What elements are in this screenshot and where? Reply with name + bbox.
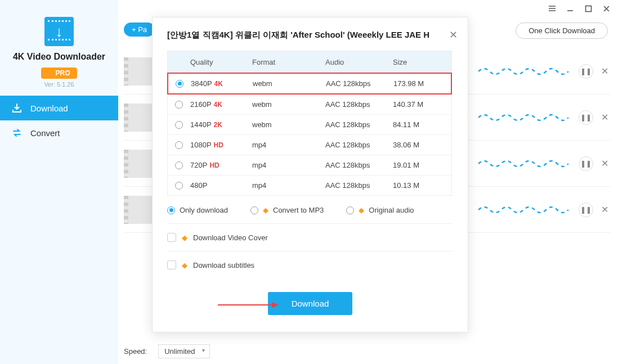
radio-icon[interactable] bbox=[175, 121, 183, 129]
pause-button[interactable]: ❚❚ bbox=[579, 156, 593, 171]
progress-wave bbox=[478, 109, 568, 126]
col-size: Size bbox=[393, 58, 451, 66]
pause-button[interactable]: ❚❚ bbox=[579, 110, 593, 125]
cell-format: mp4 bbox=[252, 161, 325, 169]
cell-quality: 480P bbox=[190, 181, 252, 190]
mode-convert-mp3[interactable]: ◆Convert to MP3 bbox=[250, 206, 324, 214]
diamond-icon: ◆ bbox=[263, 206, 268, 214]
cell-audio: AAC 128kbps bbox=[325, 100, 393, 109]
quality-table: Quality Format Audio Size 3840P4KwebmAAC… bbox=[167, 51, 452, 196]
nav-download-label: Download bbox=[30, 104, 68, 113]
progress-wave bbox=[478, 201, 568, 218]
cell-size: 140.37 M bbox=[393, 100, 451, 109]
quality-row[interactable]: 480Pmp4AAC 128kbps10.13 M bbox=[168, 175, 451, 195]
svg-marker-3 bbox=[272, 302, 279, 308]
radio-icon[interactable] bbox=[175, 141, 183, 149]
col-format: Format bbox=[252, 58, 325, 66]
cell-quality: 3840P4K bbox=[191, 79, 253, 88]
radio-icon[interactable] bbox=[176, 80, 183, 88]
paste-url-button[interactable]: + Pa bbox=[124, 23, 155, 37]
sidebar: ↓ 4K Video Downloader ◆PRO Ver: 5.1.26 D… bbox=[0, 0, 118, 364]
cell-quality: 720PHD bbox=[190, 161, 252, 169]
remove-button[interactable]: ✕ bbox=[599, 112, 610, 123]
nav-convert-label: Convert bbox=[30, 128, 60, 138]
progress-wave bbox=[478, 63, 568, 80]
cell-size: 19.01 M bbox=[393, 161, 451, 169]
cell-audio: AAC 128kbps bbox=[325, 181, 393, 190]
col-audio: Audio bbox=[325, 58, 393, 66]
mode-only-download[interactable]: Only download bbox=[167, 206, 228, 214]
cell-size: 84.11 M bbox=[393, 120, 451, 129]
opt-download-cover[interactable]: ◆Download Video Cover bbox=[167, 233, 453, 242]
download-icon bbox=[11, 102, 23, 114]
quality-row[interactable]: 1080PHDmp4AAC 128kbps38.06 M bbox=[168, 134, 451, 155]
cell-format: webm bbox=[252, 100, 325, 109]
cell-audio: AAC 128kbps bbox=[325, 161, 393, 169]
dialog-title: [안방1열 직캠4K] 위클리 이재희 'After School' (Weee… bbox=[167, 30, 453, 41]
remove-button[interactable]: ✕ bbox=[599, 158, 610, 169]
remove-button[interactable]: ✕ bbox=[599, 204, 610, 215]
download-button[interactable]: Download bbox=[268, 292, 353, 315]
annotation-arrow bbox=[218, 301, 280, 309]
diamond-icon: ◆ bbox=[182, 261, 187, 269]
cell-quality: 1080PHD bbox=[190, 141, 252, 149]
cell-size: 173.98 M bbox=[393, 79, 451, 88]
diamond-icon: ◆ bbox=[182, 233, 187, 242]
cell-audio: AAC 128kbps bbox=[325, 141, 393, 149]
cell-quality: 2160P4K bbox=[190, 100, 252, 109]
radio-icon[interactable] bbox=[175, 182, 183, 190]
cell-format: mp4 bbox=[252, 181, 325, 190]
dialog-close-icon[interactable]: ✕ bbox=[449, 29, 458, 41]
pause-button[interactable]: ❚❚ bbox=[579, 203, 593, 217]
cell-size: 38.06 M bbox=[393, 141, 451, 149]
cell-quality: 1440P2K bbox=[190, 120, 252, 129]
pro-badge[interactable]: ◆PRO bbox=[41, 68, 77, 79]
convert-icon bbox=[11, 127, 23, 138]
cell-audio: AAC 128kbps bbox=[325, 120, 393, 129]
cell-format: webm bbox=[253, 79, 326, 88]
radio-icon[interactable] bbox=[175, 101, 183, 109]
diamond-icon: ◆ bbox=[359, 206, 364, 214]
nav-convert[interactable]: Convert bbox=[0, 120, 118, 145]
quality-row[interactable]: 1440P2KwebmAAC 128kbps84.11 M bbox=[168, 114, 451, 134]
speed-select[interactable]: Unlimited bbox=[158, 344, 210, 358]
nav-download[interactable]: Download bbox=[0, 96, 118, 120]
cell-format: webm bbox=[252, 120, 325, 129]
app-title: 4K Video Downloader bbox=[0, 52, 118, 62]
cell-format: mp4 bbox=[252, 141, 325, 149]
app-logo: ↓ bbox=[44, 17, 74, 46]
cell-audio: AAC 128kbps bbox=[326, 79, 393, 88]
version-label: Ver: 5.1.26 bbox=[0, 81, 118, 88]
pause-button[interactable]: ❚❚ bbox=[579, 64, 593, 79]
progress-wave bbox=[478, 155, 568, 172]
quality-row[interactable]: 3840P4KwebmAAC 128kbps173.98 M bbox=[167, 73, 452, 95]
cell-size: 10.13 M bbox=[393, 181, 451, 190]
quality-row[interactable]: 2160P4KwebmAAC 128kbps140.37 M bbox=[168, 94, 451, 114]
quality-dialog: ✕ [안방1열 직캠4K] 위클리 이재희 'After School' (We… bbox=[152, 17, 468, 332]
radio-icon[interactable] bbox=[175, 161, 183, 169]
quality-row[interactable]: 720PHDmp4AAC 128kbps19.01 M bbox=[168, 155, 451, 175]
speed-label: Speed: bbox=[124, 347, 147, 356]
opt-download-subtitles[interactable]: ◆Download subtitles bbox=[167, 260, 453, 269]
col-quality: Quality bbox=[190, 58, 252, 66]
remove-button[interactable]: ✕ bbox=[599, 66, 610, 77]
mode-original-audio[interactable]: ◆Original audio bbox=[346, 206, 414, 214]
